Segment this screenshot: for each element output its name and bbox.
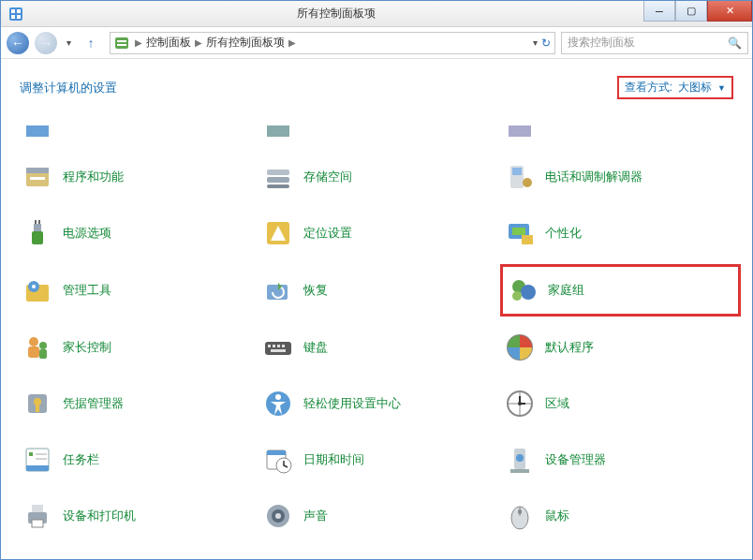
item-label: 程序和功能 <box>63 169 124 185</box>
cp-item-power-options[interactable]: 电源选项 <box>20 214 251 253</box>
svg-rect-8 <box>26 125 49 137</box>
cp-item-credential-manager[interactable]: 凭据管理器 <box>20 384 251 423</box>
taskbar-icon <box>22 445 52 475</box>
content-header: 调整计算机的设置 查看方式: 大图标 ▼ <box>20 76 733 99</box>
item-label: 声音 <box>303 508 328 524</box>
programs-icon <box>22 162 52 192</box>
personalization-icon <box>505 218 535 248</box>
sound-icon <box>263 501 293 531</box>
forward-button[interactable]: → <box>33 30 59 56</box>
svg-rect-42 <box>282 345 285 347</box>
view-mode-selector[interactable]: 查看方式: 大图标 ▼ <box>617 76 733 99</box>
window-title: 所有控制面板项 <box>29 6 643 22</box>
breadcrumb-all-items[interactable]: 所有控制面板项 <box>204 35 287 51</box>
cp-item-devices-printers[interactable]: 设备和打印机 <box>20 496 251 536</box>
cp-item-admin-tools[interactable]: 管理工具 <box>20 270 251 311</box>
view-value: 大图标 <box>678 80 712 96</box>
cp-item-recovery[interactable]: 恢复 <box>260 270 492 311</box>
back-button[interactable]: ← <box>5 30 31 56</box>
cp-item-notification-icons[interactable]: 通知区域图标 <box>260 553 492 559</box>
item-label: 定位设置 <box>303 225 352 242</box>
cp-item-sound[interactable]: 声音 <box>260 496 492 536</box>
address-dropdown[interactable]: ▾ <box>533 37 538 48</box>
item-label: 键盘 <box>303 339 328 356</box>
cp-item-partial[interactable] <box>260 124 492 140</box>
notification-icon <box>263 557 293 559</box>
chevron-down-icon: ▼ <box>717 83 726 93</box>
printer-icon <box>22 501 52 531</box>
svg-rect-5 <box>115 37 128 49</box>
search-input[interactable]: 搜索控制面板 🔍 <box>561 32 748 54</box>
cp-item-taskbar[interactable]: 任务栏 <box>20 440 251 479</box>
storage-icon <box>263 162 293 192</box>
item-label: 轻松使用设置中心 <box>303 395 401 412</box>
cp-item-storage-spaces[interactable]: 存储空间 <box>260 157 492 197</box>
cp-item-date-time[interactable]: 日期和时间 <box>260 440 492 479</box>
admin-tools-icon <box>22 275 52 305</box>
svg-rect-13 <box>30 177 45 180</box>
cp-item-sync-center[interactable]: 同步中心 <box>502 553 733 559</box>
cp-item-phone-modem[interactable]: 电话和调制解调器 <box>502 157 733 197</box>
search-icon: 🔍 <box>728 37 742 50</box>
minimize-button[interactable]: ─ <box>643 1 675 22</box>
svg-rect-53 <box>26 465 49 471</box>
item-label: 区域 <box>545 395 569 412</box>
cp-item-partial[interactable] <box>502 124 733 140</box>
maximize-button[interactable]: ▢ <box>675 1 707 22</box>
svg-point-66 <box>275 513 281 519</box>
breadcrumb-control-panel[interactable]: 控制面板 <box>144 35 193 51</box>
svg-rect-38 <box>265 342 291 355</box>
svg-rect-2 <box>17 9 21 13</box>
svg-rect-15 <box>267 177 289 183</box>
cp-item-ease-of-access[interactable]: 轻松使用设置中心 <box>260 384 492 423</box>
svg-rect-14 <box>267 169 289 175</box>
up-button[interactable]: ↑ <box>78 30 104 56</box>
svg-rect-9 <box>267 125 289 137</box>
item-label: 默认程序 <box>545 339 594 356</box>
svg-point-19 <box>523 178 532 187</box>
cp-item-personalization[interactable]: 个性化 <box>502 214 733 253</box>
svg-rect-62 <box>32 505 43 512</box>
cp-item-indexing-options[interactable]: 索引选项 <box>20 553 251 559</box>
cp-item-region[interactable]: 区域 <box>502 384 733 423</box>
cp-item-parental-controls[interactable]: 家长控制 <box>20 328 251 367</box>
svg-rect-54 <box>29 452 33 456</box>
address-bar[interactable]: ▶ 控制面板 ▶ 所有控制面板项 ▶ ▾ ↻ <box>110 32 555 54</box>
navbar: ← → ▾ ↑ ▶ 控制面板 ▶ 所有控制面板项 ▶ ▾ ↻ 搜索控制面板 🔍 <box>1 27 752 59</box>
search-placeholder: 搜索控制面板 <box>568 35 635 51</box>
svg-point-49 <box>275 394 281 400</box>
control-panel-icon <box>8 7 23 22</box>
content-area: 调整计算机的设置 查看方式: 大图标 ▼ 程序和功能 存储空间 电话和调制解调器… <box>1 59 752 559</box>
sync-icon <box>505 557 535 559</box>
history-dropdown[interactable]: ▾ <box>61 37 76 48</box>
address-icon <box>114 36 129 51</box>
svg-rect-12 <box>26 168 49 173</box>
cp-item-device-manager[interactable]: 设备管理器 <box>502 440 733 479</box>
parental-icon <box>22 332 52 362</box>
items-grid: 程序和功能 存储空间 电话和调制解调器 电源选项 定位设置 个性化 管理工具 恢… <box>20 124 733 559</box>
svg-rect-18 <box>512 168 522 175</box>
chevron-icon: ▶ <box>287 37 298 48</box>
item-label: 日期和时间 <box>303 451 364 468</box>
item-label: 设备和打印机 <box>63 508 136 524</box>
cp-item-default-programs[interactable]: 默认程序 <box>502 328 733 367</box>
svg-rect-43 <box>271 349 286 352</box>
cp-item-partial[interactable] <box>20 124 251 140</box>
titlebar: 所有控制面板项 ─ ▢ ✕ <box>1 1 752 27</box>
cp-item-homegroup[interactable]: 家庭组 <box>500 264 741 317</box>
svg-point-36 <box>39 342 47 349</box>
refresh-button[interactable]: ↻ <box>541 37 551 50</box>
svg-point-33 <box>512 291 522 301</box>
item-label: 设备管理器 <box>545 451 606 468</box>
svg-point-28 <box>32 285 36 288</box>
indexing-icon <box>22 557 52 559</box>
item-label: 电源选项 <box>63 225 111 242</box>
cp-item-mouse[interactable]: 鼠标 <box>502 496 733 536</box>
region-icon <box>505 389 535 419</box>
svg-rect-4 <box>17 15 21 19</box>
mouse-icon <box>505 501 535 531</box>
cp-item-programs-features[interactable]: 程序和功能 <box>20 157 251 197</box>
cp-item-location[interactable]: 定位设置 <box>260 214 492 253</box>
cp-item-keyboard[interactable]: 键盘 <box>260 328 492 367</box>
close-button[interactable]: ✕ <box>707 1 752 22</box>
